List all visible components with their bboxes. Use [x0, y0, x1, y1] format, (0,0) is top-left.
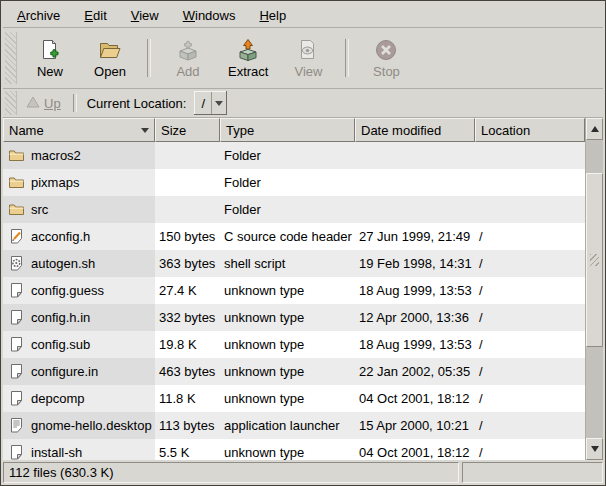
column-header-name[interactable]: Name [3, 118, 155, 142]
scrollbar-track[interactable] [586, 140, 603, 438]
combobox-dropdown-icon[interactable] [211, 92, 226, 114]
location-separator [73, 94, 77, 112]
status-right-panel [462, 462, 603, 483]
document-icon [8, 444, 25, 460]
sort-descending-icon [141, 128, 149, 133]
new-archive-icon [38, 38, 62, 62]
column-header-size[interactable]: Size [155, 118, 220, 142]
extract-button-label: Extract [228, 64, 268, 79]
add-files-icon [176, 38, 200, 62]
main-toolbar: New Open Add Extract View Stop [3, 28, 603, 89]
up-arrow-icon [26, 96, 40, 111]
file-row-depcomp[interactable]: depcomp 11.8 K unknown type 04 Oct 2001,… [3, 385, 585, 412]
menu-edit[interactable]: Edit [72, 5, 118, 26]
location-combobox[interactable]: / [194, 91, 227, 115]
file-row-configure.in[interactable]: configure.in 463 bytes unknown type 22 J… [3, 358, 585, 385]
stop-icon [374, 38, 398, 62]
column-header-label: Date modified [361, 123, 441, 138]
file-row-src[interactable]: src Folder [3, 196, 585, 223]
toolbar-separator [345, 39, 349, 77]
document-icon [8, 336, 25, 353]
stop-button: Stop [356, 35, 416, 82]
current-location-label: Current Location: [87, 96, 187, 111]
location-bar-drag-handle[interactable] [5, 91, 17, 115]
new-button[interactable]: New [20, 35, 80, 82]
toolbar-drag-handle[interactable] [5, 32, 17, 84]
document-icon [8, 390, 25, 407]
toolbar-separator [147, 39, 151, 77]
scroll-up-icon [591, 126, 599, 132]
add-button: Add [158, 35, 218, 82]
document-text-icon [8, 417, 25, 434]
location-combobox-value: / [195, 92, 211, 114]
document-edit-icon [8, 228, 25, 245]
scrollbar-thumb[interactable] [586, 173, 603, 347]
status-message-panel: 112 files (630.3 K) [3, 462, 459, 483]
column-header-date-modified[interactable]: Date modified [355, 118, 475, 142]
column-header-location[interactable]: Location [475, 118, 585, 142]
menu-archive[interactable]: Archive [5, 5, 72, 26]
open-button[interactable]: Open [80, 35, 140, 82]
file-row-acconfig.h[interactable]: acconfig.h 150 bytes C source code heade… [3, 223, 585, 250]
document-icon [8, 363, 25, 380]
scroll-down-icon [591, 446, 599, 452]
file-list: macros2 Folder pixmaps Folder src Folder… [3, 142, 585, 460]
toolbar-buttons: New Open Add Extract View Stop [20, 35, 416, 82]
menu-windows[interactable]: Windows [171, 5, 248, 26]
up-button-label: Up [44, 96, 61, 111]
statusbar: 112 files (630.3 K) [3, 460, 603, 483]
file-row-install-sh[interactable]: install-sh 5.5 K unknown type 04 Oct 200… [3, 439, 585, 460]
menu-view[interactable]: View [119, 5, 171, 26]
archive-manager-window: ArchiveEditViewWindowsHelp New Open Add … [0, 0, 606, 486]
view-file-icon [296, 38, 320, 62]
file-list-area: NameSizeTypeDate modifiedLocation macros… [3, 118, 603, 460]
menu-help[interactable]: Help [247, 5, 298, 26]
new-button-label: New [37, 64, 63, 79]
folder-icon [8, 147, 25, 164]
column-header-label: Type [226, 123, 254, 138]
document-gear-icon [8, 255, 25, 272]
document-icon [8, 309, 25, 326]
column-header-type[interactable]: Type [220, 118, 355, 142]
stop-button-label: Stop [373, 64, 400, 79]
file-row-autogen.sh[interactable]: autogen.sh 363 bytes shell script 19 Feb… [3, 250, 585, 277]
file-row-config.guess[interactable]: config.guess 27.4 K unknown type 18 Aug … [3, 277, 585, 304]
column-header-label: Location [481, 123, 530, 138]
extract-button[interactable]: Extract [218, 35, 278, 82]
scrollbar-grip-icon [590, 254, 599, 266]
view-button: View [278, 35, 338, 82]
extract-icon [236, 38, 260, 62]
view-button-label: View [294, 64, 322, 79]
open-archive-icon [98, 38, 122, 62]
vertical-scrollbar[interactable] [585, 118, 603, 460]
file-row-gnome-hello.desktop[interactable]: gnome-hello.desktop 113 bytes applicatio… [3, 412, 585, 439]
scroll-down-button[interactable] [586, 438, 603, 460]
column-headers: NameSizeTypeDate modifiedLocation [3, 118, 585, 142]
file-row-pixmaps[interactable]: pixmaps Folder [3, 169, 585, 196]
scroll-up-button[interactable] [586, 118, 603, 140]
open-button-label: Open [94, 64, 126, 79]
add-button-label: Add [176, 64, 199, 79]
folder-icon [8, 174, 25, 191]
file-row-config.sub[interactable]: config.sub 19.8 K unknown type 18 Aug 19… [3, 331, 585, 358]
location-bar: Up Current Location: / [3, 89, 603, 118]
column-header-label: Name [9, 123, 44, 138]
up-button: Up [20, 94, 67, 113]
file-row-macros2[interactable]: macros2 Folder [3, 142, 585, 169]
file-row-config.h.in[interactable]: config.h.in 332 bytes unknown type 12 Ap… [3, 304, 585, 331]
status-text: 112 files (630.3 K) [9, 465, 114, 480]
column-header-label: Size [161, 123, 186, 138]
folder-icon [8, 201, 25, 218]
menubar: ArchiveEditViewWindowsHelp [3, 3, 603, 28]
document-icon [8, 282, 25, 299]
